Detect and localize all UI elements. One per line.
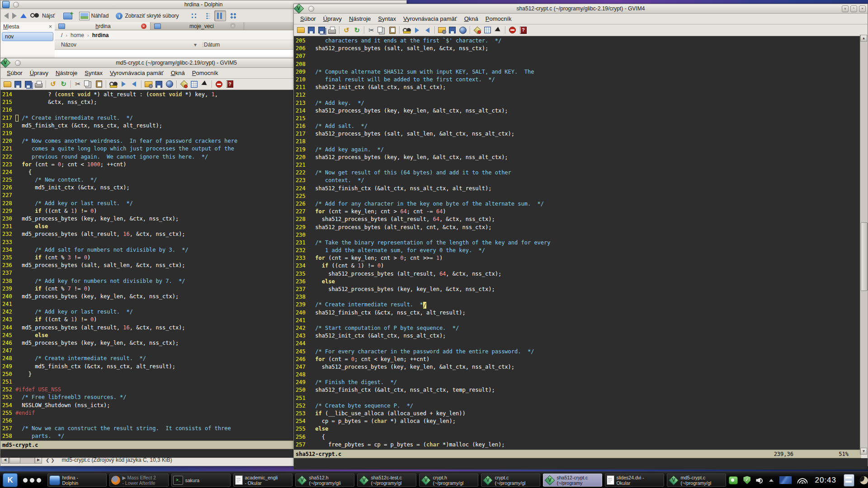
menu-syntax[interactable]: Syntax xyxy=(374,14,400,23)
scrollbar-thumb[interactable] xyxy=(861,222,868,291)
cut-icon[interactable]: ✂ xyxy=(73,80,83,89)
clock[interactable]: 20:43 xyxy=(815,476,836,485)
shield-icon[interactable]: ✓ xyxy=(743,476,750,484)
breadcrumb-root[interactable]: / xyxy=(61,32,62,38)
places-close-icon[interactable]: × xyxy=(49,23,52,30)
save-all-icon[interactable] xyxy=(316,25,327,35)
open-icon[interactable] xyxy=(296,25,306,35)
task-button-sha512-crypt.c[interactable]: sha512-crypt.c(~/programy xyxy=(543,474,602,487)
vertical-scrollbar[interactable]: ▲ ▼ xyxy=(860,35,867,455)
build-tags-icon[interactable] xyxy=(482,25,493,35)
task-button-crypt.h[interactable]: crypt.h(~/programy/gl xyxy=(419,474,478,487)
find-next-icon[interactable] xyxy=(412,25,422,35)
scroll-down-icon[interactable]: ▼ xyxy=(860,448,867,455)
messenger-icon[interactable] xyxy=(729,476,738,484)
menu-s-bor[interactable]: Súbor xyxy=(3,69,26,77)
save-all-icon[interactable] xyxy=(23,80,33,89)
maximize-button[interactable]: ^ xyxy=(850,5,857,12)
minimize-button[interactable]: v xyxy=(842,5,849,12)
menu-n-stroje[interactable]: Nástroje xyxy=(52,69,81,77)
pager-buttons[interactable]: ❮ ❯ xyxy=(46,458,55,463)
columns-view-button[interactable] xyxy=(214,10,226,21)
task-button-slides24.dvi--[interactable]: slides24.dvi -Okular xyxy=(605,474,664,487)
device-notifier-icon[interactable] xyxy=(844,474,854,487)
print-icon[interactable] xyxy=(33,80,44,89)
arrow-up-icon[interactable] xyxy=(769,479,774,482)
build-tags-icon[interactable] xyxy=(189,80,199,89)
load-session-icon[interactable] xyxy=(437,25,447,35)
jump-tag-icon[interactable] xyxy=(493,25,503,35)
find-prev-icon[interactable] xyxy=(422,25,433,35)
make-icon[interactable] xyxy=(179,80,189,89)
show-hidden-button[interactable]: i Zobraziť skryté súbory xyxy=(116,13,179,19)
compile-error-icon[interactable] xyxy=(214,80,224,89)
copy-icon[interactable] xyxy=(83,80,94,89)
task-button-sakura[interactable]: >_sakura xyxy=(171,474,231,487)
k-menu-button[interactable]: K xyxy=(3,473,18,487)
menu-syntax[interactable]: Syntax xyxy=(81,69,106,77)
icons-view-button[interactable] xyxy=(188,10,200,21)
column-date[interactable]: Dátum xyxy=(204,42,220,48)
task-button-md5-crypt.c[interactable]: md5-crypt.c(~/programy/gl xyxy=(667,474,726,487)
undo-icon[interactable]: ↺ xyxy=(341,25,352,35)
run-script-icon[interactable] xyxy=(164,80,175,89)
help-icon[interactable] xyxy=(518,25,528,35)
load-session-icon[interactable] xyxy=(143,80,154,89)
copy-icon[interactable] xyxy=(377,25,387,35)
find-button[interactable]: Nájsť xyxy=(30,13,55,19)
details-view-button[interactable] xyxy=(201,10,213,21)
volume-icon[interactable] xyxy=(756,477,764,483)
new-folder-icon[interactable] xyxy=(63,13,72,19)
jump-tag-icon[interactable] xyxy=(199,80,210,89)
menu-okn-[interactable]: Okná xyxy=(167,69,189,77)
menu-s-bor[interactable]: Súbor xyxy=(297,14,320,23)
back-icon[interactable] xyxy=(4,13,9,19)
monitor-icon[interactable] xyxy=(779,476,792,484)
sticky-button[interactable] xyxy=(15,60,21,66)
compile-error-icon[interactable] xyxy=(507,25,518,35)
task-button-crypt.c[interactable]: crypt.c(~/programy/gl xyxy=(481,474,540,487)
scrollbar-thumb[interactable] xyxy=(9,457,20,464)
sticky-button[interactable] xyxy=(308,6,314,12)
paste-icon[interactable] xyxy=(387,25,397,35)
save-session-icon[interactable] xyxy=(447,25,458,35)
preview-button[interactable]: Náhľad xyxy=(80,12,109,20)
up-icon[interactable] xyxy=(20,14,27,18)
make-icon[interactable] xyxy=(472,25,482,35)
redo-icon[interactable]: ↻ xyxy=(352,25,362,35)
task-button-hrdina--[interactable]: hrdina -Dolphin xyxy=(47,474,107,487)
sha512-code-area[interactable]: 205 characters and it ends at the first … xyxy=(294,36,861,450)
find-replace-icon[interactable] xyxy=(401,25,412,35)
close-button[interactable]: × xyxy=(859,5,866,12)
column-name[interactable]: Názov xyxy=(61,42,76,48)
task-button-academic_engli[interactable]: academic_engli- Okular xyxy=(233,474,292,487)
task-button-sha512c-test.c[interactable]: sha512c-test.c(~/programy/gl xyxy=(357,474,416,487)
paste-icon[interactable] xyxy=(94,80,104,89)
gvim-sha512-titlebar[interactable]: sha512-crypt.c (~/programy/glibc-2.19/cr… xyxy=(294,4,868,14)
cut-icon[interactable]: ✂ xyxy=(366,25,377,35)
sticky-button[interactable] xyxy=(13,2,19,8)
wifi-icon[interactable] xyxy=(797,477,807,483)
save-icon[interactable] xyxy=(13,80,23,89)
menu-pomocn-k[interactable]: Pomocník xyxy=(189,69,222,77)
pager-dots[interactable] xyxy=(23,478,41,483)
menu-okn-[interactable]: Okná xyxy=(461,14,482,23)
tabbar-close-icon[interactable]: × xyxy=(230,23,236,28)
menu-n-stroje[interactable]: Nástroje xyxy=(345,14,374,23)
help-icon[interactable] xyxy=(224,80,235,89)
preview-view-button[interactable] xyxy=(227,10,239,21)
save-session-icon[interactable] xyxy=(154,80,164,89)
find-prev-icon[interactable] xyxy=(129,80,139,89)
task-button--mass-effect-2[interactable]: ▶ Mass Effect 2- Lower Afterlife xyxy=(109,474,169,487)
tab-close-icon[interactable]: × xyxy=(141,23,146,29)
task-button-sha512.h[interactable]: sha512.h(~/programy/gli xyxy=(295,474,354,487)
run-script-icon[interactable] xyxy=(458,25,468,35)
undo-icon[interactable]: ↺ xyxy=(48,80,58,89)
find-replace-icon[interactable] xyxy=(108,80,118,89)
open-icon[interactable] xyxy=(2,80,13,89)
scroll-up-icon[interactable]: ▲ xyxy=(860,35,867,42)
menu-pomocn-k[interactable]: Pomocník xyxy=(482,14,515,23)
menu-vyrovn-vacia-pam-[interactable]: Vyrovnávacia pamäť xyxy=(106,69,167,77)
place-item-nov[interactable]: nov xyxy=(2,32,53,41)
breadcrumb-hrdina[interactable]: hrdina xyxy=(92,32,109,38)
